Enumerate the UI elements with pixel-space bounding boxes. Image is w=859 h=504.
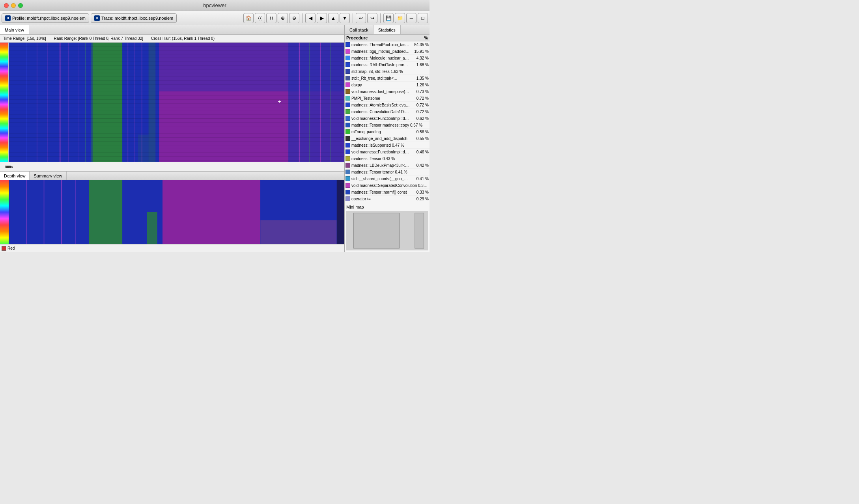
stats-proc-name-19: madness::TensorIterator 0.41 % [351,170,429,174]
stats-row-8[interactable]: PMPI_Testsome 0.72 % [345,95,430,102]
svg-rect-24 [9,47,344,47]
stats-color-23 [345,196,350,201]
svg-rect-9 [60,43,61,162]
stats-pct-8: 0.72 % [410,96,429,101]
stats-row-13[interactable]: mTxmq_padding 0.56 % [345,129,430,135]
svg-rect-34 [9,84,344,85]
stats-table[interactable]: madness::ThreadPool::run_tasks(bool, mad… [345,41,430,203]
svg-rect-8 [47,43,48,162]
stats-row-14[interactable]: __exchange_and_add_dispatch 0.55 % [345,135,430,142]
trace-visualization[interactable]: + [9,43,344,162]
stats-row-20[interactable]: std::__shared_count<(__gnu_cxx::_Lock_po… [345,175,430,182]
trace-tab[interactable]: H Trace: moldft.rhpct.libxc.sep9.noelem [91,13,177,23]
tab-main-view[interactable]: Main view [0,25,29,34]
trace-area[interactable]: + 20s30s40s50s60s70s80s90s100s110s120s13… [0,43,344,171]
stats-row-21[interactable]: void madness::SeparatedConvolution 0.35 … [345,182,430,189]
profile-tab[interactable]: H Profile: moldft.rhpct.libxc.sep9.noele… [2,13,89,23]
svg-rect-30 [9,69,344,69]
stats-proc-name-0: madness::ThreadPool::run_tasks(bool, mad… [351,43,410,47]
zoom-out-button[interactable]: ⊖ [289,13,299,23]
svg-rect-39 [9,103,344,104]
forward-button[interactable]: ⟩⟩ [266,13,276,23]
stats-proc-name-13: mTxmq_padding [351,130,410,134]
redo-button[interactable]: ↪ [367,13,377,23]
stats-row-17[interactable]: madness::Tensor 0.43 % [345,155,430,162]
tab-summary-view[interactable]: Summary view [30,172,66,180]
open-button[interactable]: 📁 [395,13,405,23]
bottom-canvas[interactable] [0,180,344,244]
svg-rect-58 [147,212,157,244]
stats-row-4[interactable]: std::map, int, std::less 1.63 % [345,68,430,75]
header-procedure: Procedure [346,35,412,40]
stats-row-7[interactable]: void madness::fast_transpose(long, l... … [345,88,430,95]
stats-row-15[interactable]: madness::IsSupported 0.47 % [345,142,430,149]
stats-row-23[interactable]: operator+= 0.29 % [345,196,430,202]
svg-rect-61 [260,220,336,244]
minimize-button[interactable] [11,3,16,8]
svg-rect-53 [9,156,344,157]
minimap-canvas[interactable] [346,211,428,250]
next-button[interactable]: ▶ [317,13,327,23]
close-button[interactable] [4,3,9,8]
stats-row-1[interactable]: madness::bgq_mtxmq_padded(long, long, lo… [345,48,430,55]
cross-hair-label: Cross Hair: (156s, Rank 1 Thread 0) [151,36,215,41]
stats-proc-name-8: PMPI_Testsome [351,96,410,101]
svg-rect-59 [162,180,260,244]
svg-rect-36 [9,92,344,92]
svg-rect-35 [9,88,344,88]
up-button[interactable]: ▲ [328,13,338,23]
stats-row-18[interactable]: madness::LBDeuxPmap<3ul>::owner(madnes..… [345,162,430,169]
svg-rect-23 [331,43,331,162]
stats-color-18 [345,163,350,168]
stats-proc-name-4: std::map, int, std::less 1.63 % [351,69,429,74]
stats-pct-6: 1.26 % [410,83,429,87]
back-button[interactable]: ⟨⟨ [255,13,265,23]
stats-row-11[interactable]: void madness::FunctionImpl::do... 0.62 % [345,115,430,122]
down-button[interactable]: ▼ [340,13,350,23]
tab-statistics[interactable]: Statistics [373,25,401,34]
svg-rect-10 [68,43,69,162]
svg-rect-40 [9,107,344,107]
stats-row-2[interactable]: madness::Molecule::nuclear_attraction_po… [345,55,430,62]
stats-row-22[interactable]: madness::Tensor::normf() const 0.33 % [345,189,430,196]
stats-proc-name-15: madness::IsSupported 0.47 % [351,143,429,147]
maximize-button[interactable] [18,3,23,8]
stats-row-12[interactable]: madness::Tensor madness::copy 0.57 % [345,122,430,129]
stats-row-6[interactable]: daxpy 1.26 % [345,82,430,88]
stats-color-3 [345,62,350,67]
trace-icon: H [94,15,100,21]
toolbar-separator [180,13,180,23]
stats-row-0[interactable]: madness::ThreadPool::run_tasks(bool, mad… [345,41,430,48]
svg-rect-21 [309,43,310,162]
undo-button[interactable]: ↩ [356,13,366,23]
stats-color-11 [345,116,350,121]
stats-row-5[interactable]: std::_Rb_tree, std::pair<... 1.35 % [345,75,430,82]
stats-color-10 [345,109,350,114]
window-max-button[interactable]: □ [418,13,428,23]
stats-row-9[interactable]: madness::AtomicBasisSet::eval_guess_dens… [345,102,430,108]
stats-row-3[interactable]: madness::RMI::RmiTask::process_some() 1.… [345,62,430,68]
stats-row-10[interactable]: madness::ConvolutionData1D::Conv... 0.72… [345,108,430,115]
stats-pct-15: 0.47 % [392,143,404,147]
bottom-view: Depth view Summary view [0,171,344,244]
stats-row-19[interactable]: madness::TensorIterator 0.41 % [345,169,430,175]
stats-proc-name-23: operator+= [351,197,410,201]
svg-rect-64 [61,180,62,244]
stats-pct-17: 0.43 % [383,157,395,161]
svg-rect-50 [9,145,344,145]
tab-call-stack[interactable]: Call stack [345,25,373,34]
save-button[interactable]: 💾 [383,13,394,23]
window-min-button[interactable]: ─ [406,13,416,23]
zoom-in-button[interactable]: ⊕ [278,13,288,23]
home-button[interactable]: 🏠 [243,13,254,23]
svg-rect-29 [9,65,344,66]
tab-depth-view[interactable]: Depth view [0,172,30,180]
tb-sep3 [353,13,353,23]
stats-color-17 [345,156,350,161]
prev-button[interactable]: ◀ [305,13,316,23]
svg-text:+: + [278,99,281,105]
stats-row-16[interactable]: void madness::FunctionImpl::do... 0.46 % [345,149,430,155]
legend-item-red: Red [2,246,15,251]
trace-tab-label: Trace: moldft.rhpct.libxc.sep9.noelem [101,16,173,21]
stats-pct-20: 0.41 % [410,177,429,181]
